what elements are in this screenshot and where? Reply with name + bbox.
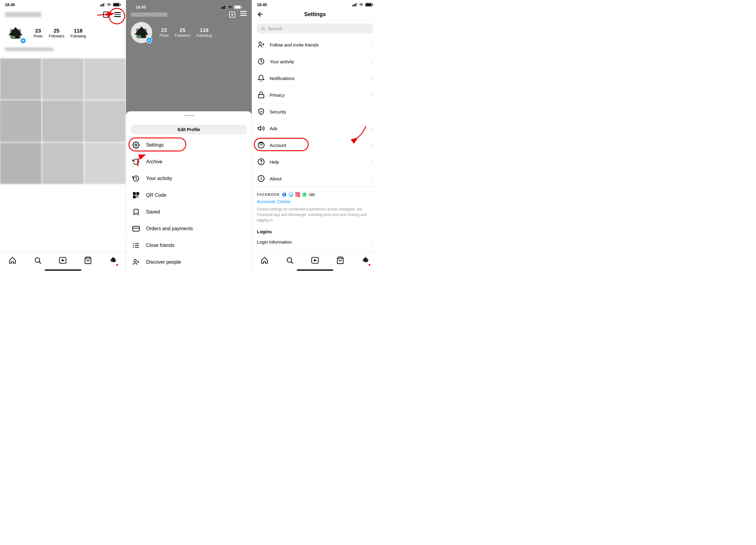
- p2-hamburger[interactable]: [240, 11, 247, 18]
- back-icon[interactable]: [257, 11, 264, 18]
- settings-icon: [132, 141, 140, 149]
- p2-followers-count: 25: [180, 27, 185, 33]
- settings-item-your-activity[interactable]: Your activity ›: [252, 53, 378, 70]
- posts-stat[interactable]: 23 Posts: [33, 28, 43, 38]
- p2-followers-stat[interactable]: 25 Followers: [175, 27, 190, 38]
- home-indicator: [45, 270, 81, 271]
- svg-rect-77: [366, 3, 372, 6]
- search-nav-icon[interactable]: [34, 257, 42, 264]
- fb-description: Control settings for connected experienc…: [257, 207, 373, 223]
- menu-item-discover[interactable]: Discover people: [126, 254, 252, 271]
- status-time: 18:45: [5, 2, 15, 7]
- about-icon: [257, 174, 265, 183]
- p2-new-post-icon[interactable]: [229, 11, 236, 18]
- svg-rect-6: [114, 3, 119, 6]
- followers-stat[interactable]: 25 Followers: [49, 28, 64, 38]
- search-bar[interactable]: Search: [257, 23, 373, 33]
- settings-item-security[interactable]: Security ›: [252, 103, 378, 120]
- whatsapp-icon: [302, 192, 307, 197]
- accounts-centre-link[interactable]: Accounts Centre: [257, 199, 373, 204]
- svg-rect-53: [133, 226, 139, 231]
- svg-point-100: [302, 193, 306, 197]
- account-label: Account: [270, 143, 372, 148]
- p2-profile-row: 23 Posts 25 Followers 118 Following: [131, 22, 247, 43]
- menu-item-your-activity[interactable]: Your activity: [126, 170, 252, 187]
- p2-following-count: 118: [200, 27, 208, 33]
- menu-item-close-friends[interactable]: Close friends: [126, 237, 252, 254]
- settings-item-help[interactable]: Help ›: [252, 154, 378, 170]
- settings-item-ads[interactable]: Ads ›: [252, 120, 378, 137]
- settings-item-account[interactable]: Account ›: [252, 137, 378, 154]
- edit-profile-button[interactable]: Edit Profile: [131, 125, 247, 135]
- account-icon: [257, 141, 265, 149]
- menu-sheet: Edit Profile Settings Archive: [126, 111, 252, 272]
- svg-rect-25: [223, 7, 224, 9]
- svg-rect-47: [137, 193, 138, 194]
- search-bar-placeholder: Search: [268, 26, 282, 31]
- add-story-button[interactable]: [20, 38, 26, 44]
- followers-count: 25: [54, 28, 59, 34]
- p2-posts-label: Posts: [159, 33, 169, 38]
- p2-stats: 23 Posts 25 Followers 118 Following: [159, 27, 212, 38]
- p2-avatar-wrap: [131, 22, 152, 43]
- privacy-label: Privacy: [270, 93, 372, 98]
- settings-label: Settings: [146, 142, 164, 148]
- settings-item-about[interactable]: About ›: [252, 170, 378, 187]
- svg-point-40: [135, 144, 137, 146]
- p2-status-time: 18:45: [136, 5, 146, 9]
- svg-rect-109: [363, 261, 365, 262]
- p2-following-stat[interactable]: 118 Following: [196, 27, 212, 38]
- login-info-item[interactable]: Login information ›: [257, 236, 373, 249]
- hamburger-menu[interactable]: [114, 12, 121, 17]
- settings-item-follow-invite[interactable]: Follow and invite friends ›: [252, 37, 378, 53]
- menu-item-orders[interactable]: Orders and payments: [126, 221, 252, 237]
- svg-marker-106: [314, 259, 317, 262]
- p3-signal-icon: [352, 3, 357, 6]
- following-stat[interactable]: 118 Following: [70, 28, 86, 38]
- grid-cell[interactable]: [0, 100, 41, 142]
- grid-cell[interactable]: [42, 100, 83, 142]
- home-nav-icon[interactable]: [9, 257, 16, 264]
- p3-search-nav[interactable]: [286, 257, 294, 264]
- p2-status-icons: [221, 5, 242, 9]
- settings-item-notifications[interactable]: Notifications ›: [252, 70, 378, 87]
- p3-home-nav[interactable]: [261, 257, 268, 264]
- menu-item-saved[interactable]: Saved: [126, 204, 252, 221]
- menu-item-settings[interactable]: Settings: [126, 137, 252, 154]
- account-chevron: ›: [372, 143, 373, 148]
- grid-cell[interactable]: [42, 143, 83, 184]
- search-bar-icon: [261, 26, 265, 31]
- grid-cell[interactable]: [84, 58, 126, 100]
- grid-cell[interactable]: [0, 143, 41, 184]
- grid-cell[interactable]: [0, 58, 41, 100]
- svg-rect-2: [103, 3, 104, 6]
- svg-point-61: [134, 260, 136, 262]
- new-post-icon[interactable]: [103, 11, 110, 18]
- p2-posts-count: 23: [161, 27, 167, 33]
- p3-reels-nav[interactable]: [311, 257, 319, 264]
- p3-status-bar: 18:45: [252, 0, 378, 9]
- settings-list: Follow and invite friends › Your activit…: [252, 37, 378, 250]
- qr-code-icon: [132, 191, 140, 199]
- p3-profile-nav[interactable]: [362, 256, 369, 264]
- grid-cell[interactable]: [42, 58, 83, 100]
- shop-nav-icon[interactable]: [84, 257, 92, 264]
- p2-add-story[interactable]: [146, 37, 152, 43]
- menu-item-qr[interactable]: QR Code: [126, 187, 252, 204]
- p2-posts-stat[interactable]: 23 Posts: [159, 27, 169, 38]
- grid-cell[interactable]: [84, 143, 126, 184]
- p3-shop-nav[interactable]: [336, 257, 344, 264]
- reels-nav-icon[interactable]: [59, 257, 67, 264]
- settings-item-privacy[interactable]: Privacy ›: [252, 87, 378, 103]
- profile-nav-badge: [116, 264, 118, 266]
- menu-item-archive[interactable]: Archive: [126, 154, 252, 170]
- about-chevron: ›: [372, 176, 373, 181]
- profile-nav-icon[interactable]: [109, 256, 117, 264]
- follow-invite-label: Follow and invite friends: [270, 42, 372, 47]
- login-info-label: Login information: [257, 239, 372, 245]
- facebook-text: FACEBOOK: [257, 193, 280, 197]
- p2-following-label: Following: [196, 33, 212, 38]
- ads-chevron: ›: [372, 126, 373, 131]
- grid-cell[interactable]: [84, 100, 126, 142]
- help-chevron: ›: [372, 159, 373, 164]
